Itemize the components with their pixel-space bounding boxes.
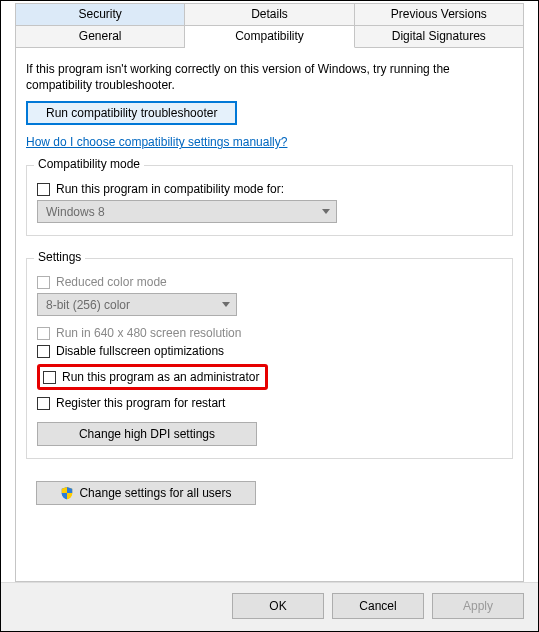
checkbox-disable-fullscreen-label: Disable fullscreen optimizations <box>56 344 224 358</box>
help-link[interactable]: How do I choose compatibility settings m… <box>26 135 287 149</box>
checkbox-low-res <box>37 327 50 340</box>
tab-details[interactable]: Details <box>185 3 354 25</box>
change-all-users-button[interactable]: Change settings for all users <box>36 481 256 505</box>
select-compat-os[interactable]: Windows 8 <box>37 200 337 223</box>
checkbox-compat-mode[interactable] <box>37 183 50 196</box>
tab-compatibility[interactable]: Compatibility <box>185 25 354 48</box>
group-compatibility-mode: Compatibility mode Run this program in c… <box>26 165 513 236</box>
select-compat-os-value: Windows 8 <box>46 205 105 219</box>
group-title: Settings <box>34 250 85 264</box>
checkbox-low-res-label: Run in 640 x 480 screen resolution <box>56 326 241 340</box>
tab-digital-signatures[interactable]: Digital Signatures <box>355 25 524 48</box>
tab-content: If this program isn't working correctly … <box>15 47 524 582</box>
chevron-down-icon <box>222 302 230 307</box>
dialog-button-row: OK Cancel Apply <box>1 582 538 631</box>
checkbox-compat-mode-label: Run this program in compatibility mode f… <box>56 182 284 196</box>
change-all-users-label: Change settings for all users <box>79 486 231 500</box>
tab-strip: Security Details Previous Versions Gener… <box>1 1 538 48</box>
chevron-down-icon <box>322 209 330 214</box>
select-color-mode: 8-bit (256) color <box>37 293 237 316</box>
tab-security[interactable]: Security <box>15 3 185 25</box>
group-settings: Settings Reduced color mode 8-bit (256) … <box>26 258 513 459</box>
checkbox-reduced-color <box>37 276 50 289</box>
apply-button[interactable]: Apply <box>432 593 524 619</box>
tab-general[interactable]: General <box>15 25 185 48</box>
shield-icon <box>60 486 74 500</box>
intro-text: If this program isn't working correctly … <box>26 61 513 93</box>
checkbox-register-restart[interactable] <box>37 397 50 410</box>
checkbox-run-as-admin-label: Run this program as an administrator <box>62 370 259 384</box>
run-troubleshooter-button[interactable]: Run compatibility troubleshooter <box>26 101 237 125</box>
checkbox-run-as-admin[interactable] <box>43 371 56 384</box>
checkbox-disable-fullscreen[interactable] <box>37 345 50 358</box>
change-dpi-button[interactable]: Change high DPI settings <box>37 422 257 446</box>
cancel-button[interactable]: Cancel <box>332 593 424 619</box>
highlight-run-as-admin: Run this program as an administrator <box>37 364 268 390</box>
select-color-mode-value: 8-bit (256) color <box>46 298 130 312</box>
ok-button[interactable]: OK <box>232 593 324 619</box>
group-title: Compatibility mode <box>34 157 144 171</box>
checkbox-reduced-color-label: Reduced color mode <box>56 275 167 289</box>
checkbox-register-restart-label: Register this program for restart <box>56 396 225 410</box>
tab-previous-versions[interactable]: Previous Versions <box>355 3 524 25</box>
